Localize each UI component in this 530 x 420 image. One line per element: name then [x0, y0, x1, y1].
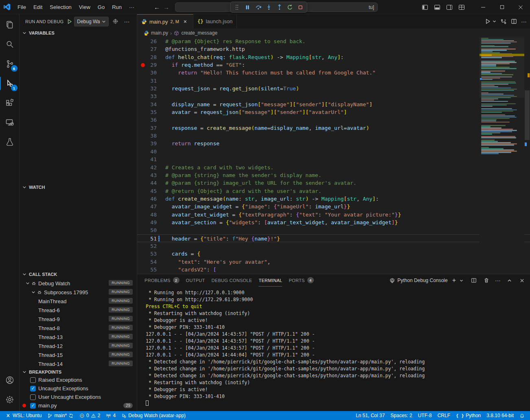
line-number[interactable]: 42 [137, 164, 157, 171]
launch-config-select[interactable]: Debug Wa [74, 17, 108, 26]
breakpoint-item-user-uncaught-exceptions[interactable]: User Uncaught Exceptions [20, 393, 137, 401]
close-tab-icon[interactable]: × [182, 18, 189, 25]
sidebar-item-source-control[interactable]: 6 [0, 54, 20, 74]
breakpoints-section-header[interactable]: BREAKPOINTS [20, 368, 137, 376]
menu-item-selection[interactable]: Selection [46, 0, 75, 14]
panel-tab-output[interactable]: OUTPUT [186, 274, 205, 287]
line-number[interactable]: 41 [137, 155, 157, 163]
sidebar-item-testing[interactable] [0, 132, 20, 152]
status-encoding[interactable]: UTF-8 [415, 411, 435, 420]
code-line-44[interactable]: 44# @param {string} image_url the URL fo… [137, 179, 530, 187]
forward-icon[interactable]: → [163, 4, 169, 11]
code-line-47[interactable]: 47 avatar_image_widget = {"image": {"ima… [137, 203, 530, 210]
minimap[interactable] [480, 37, 524, 274]
call-stack-item-subprocess-17995[interactable]: Subprocess 17995RUNNING [20, 288, 137, 297]
call-stack-item-thread-8[interactable]: Thread-8RUNNING [20, 324, 137, 332]
code-line-48[interactable]: 48 avatar_text_widget = {"textParagraph"… [137, 211, 530, 219]
status-notifications[interactable] [517, 411, 528, 420]
breakpoint-item-main-py[interactable]: ✓main.py29 [20, 401, 137, 410]
line-number[interactable]: 52 [137, 242, 157, 250]
accounts-button[interactable] [0, 370, 20, 390]
code-editor[interactable]: 26# @param {Object} res Response to send… [137, 37, 530, 274]
panel-tab-debug-console[interactable]: DEBUG CONSOLE [212, 274, 252, 287]
code-line-49[interactable]: 49 avatar_section = {"widgets": [avatar_… [137, 219, 530, 226]
status-branch[interactable]: main* [44, 411, 77, 420]
line-number[interactable]: 36 [137, 116, 157, 124]
breakpoint-checkbox[interactable]: ✓ [30, 403, 36, 409]
code-line-50[interactable]: 50 [137, 226, 530, 234]
menu-item-edit[interactable]: Edit [30, 0, 46, 14]
code-line-53[interactable]: 53 cards = { [137, 250, 530, 258]
split-editor-icon[interactable] [511, 18, 517, 24]
code-line-37[interactable]: 37 response = create_message(name=displa… [137, 124, 530, 132]
code-line-33[interactable]: 33 [137, 92, 530, 100]
status-ports[interactable]: 4 [103, 411, 118, 420]
code-line-52[interactable]: 52 [137, 242, 530, 250]
line-number[interactable]: 39 [137, 140, 157, 147]
panel-tab-terminal[interactable]: TERMINAL [258, 274, 282, 287]
code-line-41[interactable]: 41 [137, 155, 530, 163]
start-debugging-icon[interactable] [67, 19, 72, 24]
sidebar-item-remote-explorer[interactable] [0, 113, 20, 132]
line-number[interactable]: 26 [137, 37, 157, 45]
breakpoint-checkbox[interactable]: ✓ [30, 386, 36, 392]
new-terminal-icon[interactable]: + [452, 277, 456, 284]
terminal-profile-select[interactable]: Python Debug Console [389, 278, 447, 284]
watch-section-header[interactable]: WATCH [20, 183, 137, 192]
call-stack-item-thread-9[interactable]: Thread-9RUNNING [20, 315, 137, 324]
menu-item-[interactable]: ··· [125, 0, 138, 14]
panel-more-actions-icon[interactable]: ··· [495, 277, 501, 284]
code-line-30[interactable]: 30 return "Hello! This function must be … [137, 69, 530, 77]
code-line-29[interactable]: 29 if req.method == "GET": [137, 61, 530, 69]
chevron-down-icon[interactable] [30, 289, 37, 295]
code-line-38[interactable]: 38 [137, 132, 530, 140]
line-number[interactable]: 44 [137, 179, 157, 187]
call-stack-item-thread-15[interactable]: Thread-15RUNNING [20, 350, 137, 359]
code-line-36[interactable]: 36 [137, 116, 530, 124]
menu-item-go[interactable]: Go [94, 0, 108, 14]
line-number[interactable]: 37 [137, 124, 157, 132]
status-indentation[interactable]: Spaces: 2 [388, 411, 415, 420]
menu-item-run[interactable]: Run [108, 0, 125, 14]
line-number[interactable]: 49 [137, 219, 157, 226]
tab-launch-json[interactable]: {} launch.json [193, 14, 237, 28]
run-python-file-icon[interactable] [485, 18, 491, 24]
menu-item-file[interactable]: File [14, 0, 30, 14]
call-stack-item-thread-13[interactable]: Thread-13RUNNING [20, 332, 137, 341]
terminal-output[interactable]: * Running on http://127.0.0.1:9000 * Run… [137, 287, 530, 411]
editor-scrollbar[interactable] [524, 37, 530, 274]
line-number[interactable]: 32 [137, 85, 157, 92]
line-number[interactable]: 30 [137, 69, 157, 77]
code-line-40[interactable]: 40 [137, 148, 530, 155]
status-python-version[interactable]: 3.8.10 64-bit [484, 411, 517, 420]
close-panel-icon[interactable] [518, 276, 526, 284]
line-number[interactable]: 53 [137, 250, 157, 258]
code-line-32[interactable]: 32 request_json = req.get_json(silent=Tr… [137, 85, 530, 92]
breakpoint-item-uncaught-exceptions[interactable]: ✓Uncaught Exceptions [20, 384, 137, 393]
code-line-39[interactable]: 39 return response [137, 140, 530, 147]
close-button[interactable] [511, 0, 530, 14]
code-line-28[interactable]: 28def hello_chat(req: flask.Request) -> … [137, 53, 530, 61]
sidebar-item-explorer[interactable] [0, 15, 20, 35]
breadcrumb-item-file[interactable]: main.py [151, 30, 168, 36]
status-language[interactable]: { }Python [453, 411, 484, 420]
call-stack-item-debug-watch[interactable]: Debug WatchRUNNING [20, 279, 137, 288]
line-number[interactable]: 43 [137, 171, 157, 179]
split-terminal-icon[interactable] [470, 276, 478, 284]
code-line-54[interactable]: 54 "text": "Here's your avatar", [137, 258, 530, 266]
line-number[interactable]: 50 [137, 226, 157, 234]
line-number[interactable]: 27 [137, 45, 157, 53]
toggle-panel-icon[interactable] [434, 4, 440, 11]
drag-handle-icon[interactable] [232, 3, 242, 12]
call-stack-section-header[interactable]: CALL STACK [20, 270, 137, 279]
code-line-55[interactable]: 55 "cardsV2": [ [137, 266, 530, 273]
run-or-debug-icon[interactable] [500, 18, 507, 25]
line-number[interactable]: 46 [137, 195, 157, 203]
maximize-button[interactable] [493, 0, 511, 14]
maximize-panel-icon[interactable] [505, 276, 513, 284]
code-line-27[interactable]: 27@functions_framework.http [137, 45, 530, 53]
line-number[interactable]: 38 [137, 132, 157, 140]
variables-section-header[interactable]: VARIABLES [20, 28, 137, 37]
sidebar-item-extensions[interactable] [0, 93, 20, 113]
back-icon[interactable]: ← [154, 4, 160, 11]
